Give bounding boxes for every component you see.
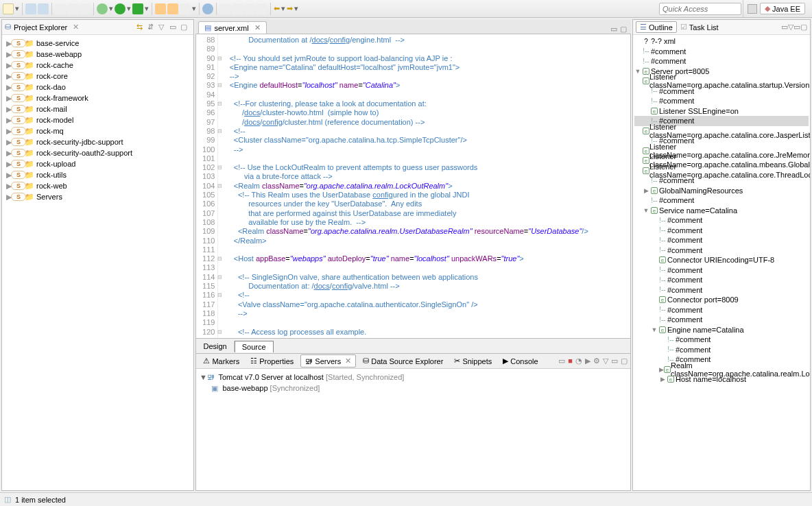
outline-node[interactable]: !--#comment	[634, 56, 809, 67]
dropdown-arrow-icon[interactable]: ▾	[192, 4, 196, 13]
outline-node[interactable]: !--#comment	[634, 226, 809, 236]
toolbar-icon[interactable]	[80, 3, 91, 14]
project-node[interactable]: ▶ S 📁 rock-utils	[3, 169, 192, 180]
outline-node[interactable]: !--#comment	[634, 345, 809, 355]
toolbar-icon[interactable]: ▭	[558, 357, 565, 365]
editor-pane[interactable]: 8889909192939495969798991001011021031041…	[195, 34, 631, 339]
project-node[interactable]: ▶ S 📁 rock-upload	[3, 158, 192, 169]
save-all-icon[interactable]	[38, 3, 49, 14]
outline-node[interactable]: ▼eEngine name=Catalina	[634, 325, 809, 335]
dropdown-arrow-icon[interactable]: ▾	[281, 4, 285, 13]
toolbar-icon[interactable]	[55, 3, 66, 14]
outline-node[interactable]: eConnector port=8009	[634, 295, 809, 305]
debug-icon[interactable]	[97, 3, 108, 14]
project-node[interactable]: ▶ S 📁 Servers	[3, 191, 192, 202]
expand-icon[interactable]: ▼	[651, 326, 658, 333]
toolbar-icon[interactable]: ▭	[781, 23, 788, 32]
forward-icon[interactable]: ➡	[287, 4, 293, 13]
expand-icon[interactable]: ▶	[659, 376, 666, 383]
outline-node[interactable]: ▼eService name=Catalina	[634, 206, 809, 216]
run-icon[interactable]	[115, 3, 126, 14]
bottom-tab-console[interactable]: ▶Console	[499, 355, 542, 367]
project-node[interactable]: ▶ S 📁 base-webapp	[3, 49, 192, 60]
project-node[interactable]: ▶ S 📁 rock-mail	[3, 104, 192, 115]
expand-icon[interactable]: ▼	[199, 373, 207, 381]
outline-node[interactable]: !--#comment	[634, 275, 809, 285]
expand-icon[interactable]: ▼	[643, 207, 649, 214]
project-node[interactable]: ▶ S 📁 rock-core	[3, 71, 192, 82]
toolbar-icon[interactable]	[232, 3, 243, 14]
quick-access-input[interactable]	[659, 3, 741, 15]
toolbar-icon[interactable]: ◔	[575, 357, 582, 365]
back-icon[interactable]: ⬅	[274, 4, 280, 13]
view-menu-icon[interactable]: ▽	[603, 357, 608, 365]
outline-node[interactable]: !--#comment	[634, 315, 809, 325]
outline-node[interactable]: !--#comment	[634, 265, 809, 276]
project-node[interactable]: ▶ S 📁 rock-web	[3, 180, 192, 191]
link-editor-icon[interactable]: ⇵	[147, 23, 157, 32]
outline-tab[interactable]: ☰ Outline	[636, 21, 677, 33]
outline-node[interactable]: !--#comment	[634, 96, 809, 106]
outline-node[interactable]: !--#comment	[634, 335, 809, 345]
dropdown-arrow-icon[interactable]: ▾	[294, 4, 298, 13]
close-icon[interactable]: ✕	[254, 23, 261, 32]
dropdown-arrow-icon[interactable]: ▾	[15, 4, 19, 13]
outline-node[interactable]: ??-? xml	[634, 36, 809, 47]
bottom-tab-data-source-explorer[interactable]: ⛁Data Source Explorer	[359, 355, 447, 367]
bottom-tab-markers[interactable]: ⚠Markers	[199, 355, 243, 367]
close-icon[interactable]: ✕	[73, 23, 79, 32]
maximize-icon[interactable]: ▢	[621, 357, 628, 365]
save-icon[interactable]	[25, 3, 36, 14]
outline-node[interactable]: eListener className=org.apache.catalina.…	[634, 126, 809, 136]
minimize-icon[interactable]: ▭	[611, 357, 618, 365]
toolbar-icon[interactable]	[256, 3, 267, 14]
outline-node[interactable]: !--#comment	[634, 235, 809, 245]
dropdown-arrow-icon[interactable]: ▾	[145, 4, 149, 13]
outline-node[interactable]: eListener className=org.apache.catalina.…	[634, 166, 809, 176]
maximize-icon[interactable]: ▢	[620, 25, 627, 34]
dropdown-arrow-icon[interactable]: ▾	[109, 4, 113, 13]
expand-icon[interactable]: ▶	[643, 187, 649, 194]
collapse-all-icon[interactable]: ⇆	[136, 23, 146, 32]
maximize-icon[interactable]: ▢	[800, 23, 807, 32]
project-node[interactable]: ▶ S 📁 rock-dao	[3, 82, 192, 93]
expand-icon[interactable]: ▼	[634, 68, 641, 75]
dropdown-arrow-icon[interactable]: ▾	[127, 4, 131, 13]
outline-node[interactable]: !--#comment	[634, 285, 809, 296]
outline-node[interactable]: !--#comment	[634, 195, 809, 206]
view-menu-icon[interactable]: ▽	[158, 23, 168, 32]
open-perspective-icon[interactable]	[748, 4, 757, 14]
outline-node[interactable]: !--#comment	[634, 305, 809, 315]
bottom-tab-snippets[interactable]: ✂Snippets	[450, 355, 496, 367]
view-menu-icon[interactable]: ▽	[788, 23, 793, 32]
maximize-icon[interactable]: ▢	[180, 23, 190, 32]
project-node[interactable]: ▶ S 📁 rock-framework	[3, 93, 192, 104]
outline-node[interactable]: ▶eGlobalNamingResources	[634, 186, 809, 196]
project-node[interactable]: ▶ S 📁 rock-model	[3, 115, 192, 125]
minimize-icon[interactable]: ▭	[169, 23, 179, 32]
editor-tab-serverxml[interactable]: ▤ server.xml ✕	[198, 21, 266, 34]
outline-node[interactable]: !--#comment	[634, 215, 809, 226]
toolbar-icon[interactable]	[167, 3, 178, 14]
toolbar-icon[interactable]	[244, 3, 255, 14]
toolbar-icon[interactable]	[155, 3, 166, 14]
outline-node[interactable]: eListener className=org.apache.catalina.…	[634, 76, 809, 86]
toolbar-icon[interactable]	[180, 3, 191, 14]
bottom-tab-servers[interactable]: 🖳Servers✕	[300, 354, 356, 368]
project-node[interactable]: ▶ S 📁 rock-security-jdbc-support	[3, 136, 192, 147]
toolbar-icon[interactable]	[202, 3, 213, 14]
run-server-icon[interactable]	[132, 3, 143, 14]
server-module[interactable]: ▣ base-webapp [Synchronized]	[199, 383, 628, 394]
expand-icon[interactable]: ▶	[659, 366, 664, 373]
source-tab[interactable]: Source	[235, 341, 274, 352]
project-node[interactable]: ▶ S 📁 rock-mq	[3, 125, 192, 136]
close-icon[interactable]: ✕	[345, 357, 351, 365]
project-node[interactable]: ▶ S 📁 rock-cache	[3, 60, 192, 71]
outline-node[interactable]: eConnector URIEncoding=UTF-8	[634, 255, 809, 265]
minimize-icon[interactable]: ▭	[793, 23, 800, 32]
toolbar-icon[interactable]: ▶	[585, 357, 590, 365]
tasklist-tab[interactable]: ☑ Task List	[677, 22, 722, 32]
perspective-javaee[interactable]: ◆ Java EE	[760, 3, 805, 14]
outline-node[interactable]: !--#comment	[634, 47, 809, 57]
toolbar-icon[interactable]: ■	[568, 357, 573, 365]
